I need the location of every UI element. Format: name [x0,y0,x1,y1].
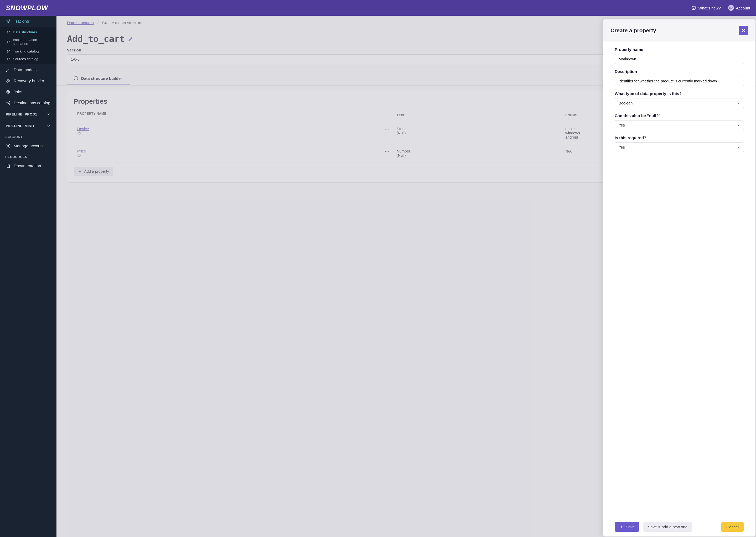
account-label: Account [736,6,750,10]
chevron-down-icon [47,124,51,128]
download-icon [619,525,624,529]
whats-new-link[interactable]: What's new? [691,6,721,10]
sidebar-subnav: Data structures Implementation scenarios… [0,27,57,64]
newspaper-icon [691,6,696,10]
resources-section-label: RESOURCES [0,151,57,160]
svg-point-4 [7,20,7,21]
sidebar-item-label: Tracking [14,19,29,23]
subnav-label: Sources catalog [13,57,38,61]
svg-point-22 [9,101,10,102]
required-value: Yes [619,145,625,149]
required-label: Is this required? [615,136,744,140]
svg-point-21 [7,103,7,103]
svg-point-23 [9,104,10,104]
svg-point-14 [9,50,10,51]
network-icon [6,19,11,23]
branch-icon [7,40,10,44]
pencil-line-icon [6,67,11,72]
type-value: Boolean [619,101,633,105]
sidebar-item-label: Manage account [14,144,44,148]
svg-point-5 [9,20,10,21]
sidebar-item-label: Recovery builder [14,78,44,83]
subnav-label: Data structures [13,30,37,34]
close-panel-button[interactable] [739,26,748,35]
svg-point-20 [8,91,9,93]
sidebar-item-manage-account[interactable]: Manage account [0,141,57,151]
gear-ring-icon [6,90,11,94]
svg-point-6 [8,22,9,23]
description-label: Description [615,69,744,74]
svg-point-18 [7,60,8,60]
account-section-label: ACCOUNT [0,132,57,141]
type-select[interactable]: Boolean [615,98,744,108]
panel-footer: Save Save & add a new one Cancel [603,517,755,536]
gear-icon [6,144,11,148]
create-property-panel: Create a property Property name Descript… [603,20,755,536]
destinations-icon [6,101,11,105]
svg-point-7 [7,31,8,31]
sidebar-item-data-structures[interactable]: Data structures [0,28,57,36]
sidebar-item-documentation[interactable]: Documentation [0,160,57,171]
sidebar-item-destinations-catalog[interactable]: Destinations catalog [0,97,57,108]
type-label: What type of data property is this? [615,91,744,96]
sidebar-item-implementation-scenarios[interactable]: Implementation scenarios [0,36,57,48]
sidebar-item-tracking[interactable]: Tracking [0,16,57,27]
panel-body: Property name Description What type of d… [603,41,755,517]
branch-icon [7,50,10,53]
wrench-icon [6,78,11,83]
branch-icon [7,30,10,34]
property-name-input[interactable] [615,54,744,64]
subnav-label: Implementation scenarios [13,38,50,46]
save-add-button[interactable]: Save & add a new one [643,522,692,532]
svg-point-11 [9,41,10,41]
account-menu[interactable]: MJ Account [728,5,750,11]
document-icon [6,164,11,168]
sidebar-item-recovery-builder[interactable]: Recovery builder [0,75,57,86]
pipeline-prod1-toggle[interactable]: PIPELINE: PROD1 [0,108,57,120]
close-icon [741,28,746,33]
null-select[interactable]: Yes [615,120,744,130]
null-value: Yes [619,123,625,127]
sidebar: Tracking Data structures Implementation … [0,16,57,537]
sidebar-item-label: Documentation [14,164,41,168]
description-input[interactable] [615,76,744,86]
svg-point-10 [7,41,8,41]
svg-point-9 [7,33,8,33]
save-label: Save [626,525,635,529]
sidebar-item-label: Jobs [14,90,22,94]
branch-icon [7,57,10,61]
sidebar-item-data-models[interactable]: Data models [0,64,57,75]
svg-point-24 [8,145,9,147]
main-content: Data structures / Create a data structur… [57,16,756,537]
modal-overlay[interactable]: Create a property Property name Descript… [57,16,756,537]
sidebar-item-label: Data models [14,67,36,72]
property-name-label: Property name [615,47,744,52]
sidebar-item-label: Destinations catalog [14,101,50,105]
svg-point-19 [7,90,10,94]
null-label: Can this also be "null?" [615,113,744,118]
chevron-down-icon [47,112,51,116]
pipeline-label: PIPELINE: MINI1 [6,124,34,128]
pipeline-label: PIPELINE: PROD1 [6,112,37,116]
svg-point-13 [7,50,8,51]
header-actions: What's new? MJ Account [691,5,750,11]
svg-point-8 [9,31,10,31]
svg-point-17 [9,58,10,58]
cancel-button[interactable]: Cancel [721,522,744,532]
subnav-label: Tracking catalog [13,49,39,53]
app-header: SNOWPLOW What's new? MJ Account [0,0,756,16]
sidebar-item-tracking-catalog[interactable]: Tracking catalog [0,48,57,55]
avatar: MJ [728,5,734,11]
sidebar-item-jobs[interactable]: Jobs [0,86,57,97]
required-select[interactable]: Yes [615,142,744,152]
panel-title: Create a property [610,27,656,34]
save-button[interactable]: Save [615,522,639,532]
logo: SNOWPLOW [6,4,48,12]
panel-header: Create a property [603,20,755,41]
pipeline-mini1-toggle[interactable]: PIPELINE: MINI1 [0,120,57,132]
whats-new-label: What's new? [698,6,721,10]
sidebar-item-sources-catalog[interactable]: Sources catalog [0,55,57,63]
svg-point-15 [7,52,8,53]
svg-point-12 [7,42,8,43]
svg-point-16 [7,58,8,58]
